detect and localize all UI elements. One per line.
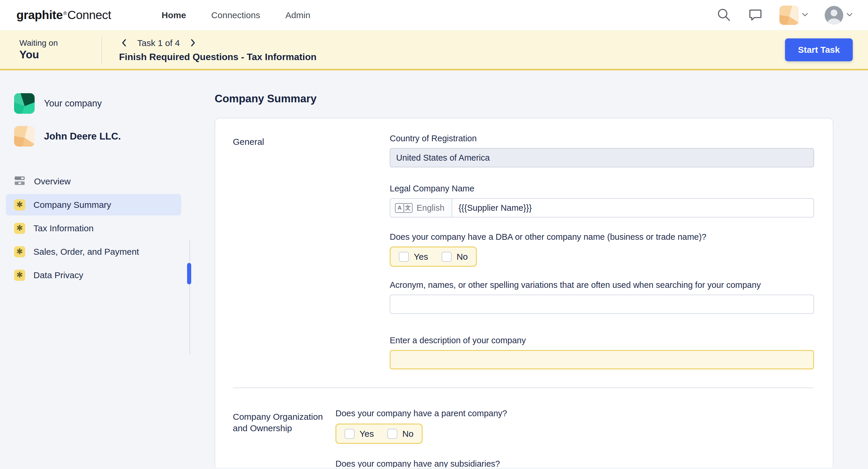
required-asterisk-icon: ✱ [14, 246, 25, 257]
language-selector[interactable]: A 文 English [390, 199, 452, 217]
messages-button[interactable] [748, 7, 763, 23]
supplier-company-row[interactable]: John Deere LLC. [0, 126, 215, 147]
nav-item-connections[interactable]: Connections [211, 10, 260, 20]
description-field: Enter a description of your company [390, 336, 814, 369]
company-avatar [779, 6, 799, 25]
waiting-on-value: You [19, 49, 101, 61]
dba-yesno-group: Yes No [390, 247, 477, 267]
chevron-down-icon [846, 12, 853, 18]
parent-yesno-group: Yes No [336, 424, 423, 444]
your-company-row[interactable]: Your company [0, 93, 215, 114]
translate-icon-right-box: 文 [403, 203, 412, 213]
search-icon [716, 7, 731, 23]
chevron-right-icon [189, 38, 197, 48]
task-counter: Task 1 of 4 [137, 38, 180, 48]
parent-company-field: Does your company have a parent company?… [336, 409, 814, 444]
description-label: Enter a description of your company [390, 336, 814, 345]
sidebar-item-label: Overview [34, 177, 71, 186]
translate-icon-left-box: A [395, 203, 404, 213]
organization-section: Company Organization and Ownership Does … [233, 388, 814, 468]
primary-nav: Home Connections Admin [162, 10, 310, 20]
sidebar-item-label: Sales, Order, and Payment [33, 247, 139, 257]
language-label: English [417, 203, 444, 213]
acronym-input[interactable] [390, 294, 814, 314]
required-asterisk-icon: ✱ [14, 199, 25, 211]
yes-checkbox[interactable] [399, 252, 409, 262]
logo-light: Connect [67, 8, 111, 22]
subsidiaries-field: Does your company have any subsidiaries?… [336, 459, 814, 468]
top-nav-bar: graphite ® Connect Home Connections Admi… [0, 0, 868, 30]
country-label: Country of Registration [390, 134, 814, 143]
supplier-gem-icon [14, 126, 35, 147]
banner-divider [101, 36, 102, 64]
subsidiaries-question-label: Does your company have any subsidiaries? [336, 459, 814, 468]
your-company-gem-icon [14, 93, 35, 114]
legal-name-label: Legal Company Name [390, 184, 814, 193]
translate-icon: A 文 [395, 203, 412, 213]
main-content: Company Summary General Country of Regis… [215, 70, 868, 468]
general-section: General Country of Registration United S… [233, 134, 814, 369]
sidebar-scroll-track [189, 240, 190, 355]
sidebar-item-label: Company Summary [33, 200, 111, 210]
required-asterisk-icon: ✱ [14, 223, 25, 234]
sidebar-item-tax-information[interactable]: ✱ Tax Information [6, 218, 181, 239]
chat-bubble-icon [748, 7, 763, 23]
dba-question-field: Does your company have a DBA or other co… [390, 232, 814, 267]
nav-item-home[interactable]: Home [162, 10, 186, 20]
task-title: Finish Required Questions - Tax Informat… [119, 52, 316, 62]
country-value: United States of America [396, 153, 490, 163]
no-label: No [457, 252, 468, 262]
description-input[interactable] [390, 350, 814, 369]
previous-task-button[interactable] [119, 37, 129, 49]
start-task-button[interactable]: Start Task [785, 38, 853, 61]
yes-checkbox[interactable] [345, 429, 354, 439]
dba-question-label: Does your company have a DBA or other co… [390, 232, 814, 242]
registered-mark: ® [63, 10, 67, 17]
parent-question-label: Does your company have a parent company? [336, 409, 814, 418]
parent-yes-option[interactable]: Yes [345, 429, 374, 439]
sidebar-item-overview[interactable]: Overview [6, 170, 181, 192]
sidebar-item-label: Tax Information [33, 223, 94, 233]
task-banner: Waiting on You Task 1 of 4 Finish Requir… [0, 30, 868, 70]
user-menu[interactable] [825, 6, 853, 25]
required-asterisk-icon: ✱ [14, 270, 25, 281]
dba-no-option[interactable]: No [442, 252, 468, 262]
yes-label: Yes [360, 429, 374, 439]
acronym-label: Acronym, names, or other spelling variat… [390, 280, 814, 290]
legal-company-name-field: Legal Company Name A 文 English {{{Suppli… [390, 184, 814, 218]
overview-rows-icon [14, 176, 26, 187]
supplier-name: John Deere LLC. [44, 131, 121, 142]
organization-section-label: Company Organization and Ownership [233, 409, 336, 468]
org-switcher[interactable] [779, 6, 808, 25]
sidebar-item-data-privacy[interactable]: ✱ Data Privacy [6, 264, 181, 286]
waiting-on-label: Waiting on [19, 38, 101, 48]
sidebar-scroll-thumb[interactable] [187, 263, 191, 284]
acronym-field: Acronym, names, or other spelling variat… [390, 280, 814, 314]
country-input: United States of America [390, 148, 814, 167]
search-button[interactable] [716, 7, 731, 23]
graphite-connect-logo[interactable]: graphite ® Connect [17, 8, 111, 22]
yes-label: Yes [414, 252, 428, 262]
general-section-label: General [233, 134, 390, 369]
next-task-button[interactable] [188, 37, 198, 49]
company-summary-card: General Country of Registration United S… [215, 118, 833, 468]
sidebar-item-sales-order-payment[interactable]: ✱ Sales, Order, and Payment [6, 241, 181, 262]
no-label: No [402, 429, 413, 439]
sidebar-item-company-summary[interactable]: ✱ Company Summary [6, 194, 181, 215]
your-company-label: Your company [44, 98, 102, 109]
legal-name-input[interactable]: A 文 English {{{Supplier Name}}} [390, 198, 814, 218]
sidebar: Your company John Deere LLC. [0, 70, 215, 468]
page-title: Company Summary [215, 93, 868, 105]
no-checkbox[interactable] [442, 252, 452, 262]
country-of-registration-field: Country of Registration United States of… [390, 134, 814, 167]
section-nav: Overview ✱ Company Summary ✱ Tax Informa… [0, 170, 215, 286]
dba-yes-option[interactable]: Yes [399, 252, 428, 262]
parent-no-option[interactable]: No [388, 429, 413, 439]
chevron-down-icon [802, 12, 808, 18]
chevron-left-icon [120, 38, 128, 48]
sidebar-item-label: Data Privacy [33, 270, 83, 280]
nav-item-admin[interactable]: Admin [285, 10, 310, 20]
no-checkbox[interactable] [388, 429, 397, 439]
user-avatar [825, 6, 843, 25]
logo-bold: graphite [17, 8, 63, 22]
